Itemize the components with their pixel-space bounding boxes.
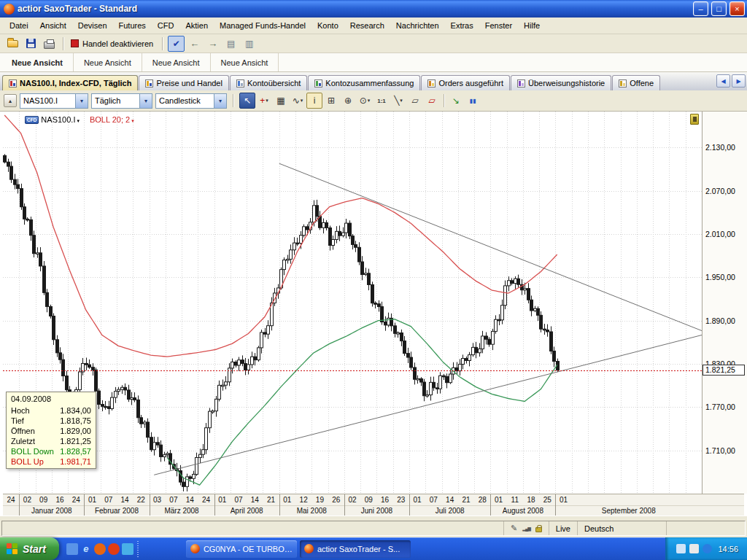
tab-scroll-right-icon[interactable]: ▶ xyxy=(732,74,746,88)
back-button[interactable]: ← xyxy=(186,36,203,52)
instrument-value: NAS100.I xyxy=(20,96,75,105)
clear-all-drawings-tool[interactable]: ▱ xyxy=(424,93,440,109)
workspace-tab[interactable]: NAS100.I, Index-CFD, Täglich xyxy=(2,75,138,90)
eraser-tool[interactable]: ▱ xyxy=(407,93,423,109)
menu-item[interactable]: Research xyxy=(344,19,390,32)
scale-one-to-one-tool[interactable]: 1:1 xyxy=(374,93,390,109)
y-axis-label: 1.770,00 xyxy=(705,402,735,411)
zoom-range-tool[interactable]: ⊙▾ xyxy=(357,93,373,109)
forward-arrow-icon: → xyxy=(208,38,217,49)
month-separator xyxy=(409,494,410,516)
internet-explorer-icon[interactable]: e xyxy=(80,543,92,555)
x-axis-tick-label: 03 xyxy=(150,496,166,504)
legend-indicator[interactable]: BOLL 20; 2▾ xyxy=(90,115,134,124)
tab-scroll-buttons: ◀ ▶ xyxy=(716,74,746,88)
draw-line-tool[interactable]: ╲▾ xyxy=(390,93,406,109)
menu-item[interactable]: Extras xyxy=(445,19,479,32)
view-tab[interactable]: Neue Ansicht xyxy=(1,53,74,71)
oscillator-tool[interactable]: ∿▾ xyxy=(290,93,306,109)
tray-network-icon[interactable] xyxy=(676,544,686,553)
tab-scroll-left-icon[interactable]: ◀ xyxy=(716,74,730,88)
confirm-orders-button[interactable]: ✔ xyxy=(168,36,185,52)
start-button[interactable]: Start xyxy=(0,537,59,560)
check-icon: ✔ xyxy=(173,39,180,49)
menu-item[interactable]: Hilfe xyxy=(518,19,546,32)
tray-volume-icon[interactable] xyxy=(689,544,699,553)
chart-settings-tool[interactable]: ▮▮ xyxy=(465,93,481,109)
chart-type-value: Candlestick xyxy=(156,96,214,105)
workspace-tab[interactable]: Kontoübersicht xyxy=(230,75,307,90)
instrument-select[interactable]: NAS100.I ▾ xyxy=(20,93,88,109)
tray-language-icon[interactable] xyxy=(703,544,712,553)
menu-item[interactable]: Managed Funds-Handel xyxy=(214,19,311,32)
tooltip-value: 1.821,25 xyxy=(60,437,91,446)
cfd-badge: CFD xyxy=(25,116,39,124)
menu-item[interactable]: Aktien xyxy=(179,19,214,32)
collapse-panel-button[interactable]: ▲ xyxy=(4,94,17,107)
tooltip-label: Hoch xyxy=(11,406,30,415)
open-folder-icon xyxy=(7,40,18,47)
open-button[interactable] xyxy=(4,36,21,52)
add-panel-tool[interactable]: ⊞ xyxy=(323,93,339,109)
save-icon xyxy=(26,39,36,48)
pencil-icon[interactable]: ✎ xyxy=(511,524,517,533)
title-bar: actior SaxoTrader - Standard – □ × xyxy=(0,0,747,18)
task-app-icon xyxy=(190,544,200,553)
month-separator xyxy=(279,494,280,516)
grid-tool[interactable]: ▦ xyxy=(273,93,289,109)
x-axis-tick-label: 01 xyxy=(279,496,295,504)
window-split-button[interactable]: ▥ xyxy=(241,36,258,52)
firefox-icon[interactable] xyxy=(94,543,106,555)
workspace-tab[interactable]: Preise und Handel xyxy=(139,75,229,90)
menu-item[interactable]: Devisen xyxy=(72,19,113,32)
taskbar-task-button[interactable]: CG0NYA - OE TURBO ... xyxy=(186,540,297,558)
actior-quicklaunch-icon[interactable] xyxy=(108,543,120,555)
show-desktop-icon[interactable] xyxy=(66,543,78,555)
trade-disable-button[interactable]: Handel deaktivieren xyxy=(69,36,157,52)
menu-item[interactable]: Nachrichten xyxy=(390,19,445,32)
fit-chart-tool[interactable]: ↘ xyxy=(448,93,464,109)
price-chart-canvas[interactable] xyxy=(3,112,702,494)
taskbar-task-button[interactable]: actior SaxoTrader - S... xyxy=(300,540,411,558)
status-inner: ✎ ▂▄▆ Live Deutsch xyxy=(1,521,746,536)
workspace-tab[interactable]: Überweisungshistorie xyxy=(511,75,611,90)
workspace-tab[interactable]: Kontozusammenfassung xyxy=(308,75,420,90)
y-axis-label: 1.950,00 xyxy=(705,273,735,281)
chevron-down-icon: ▾ xyxy=(77,118,80,123)
window-layout-button[interactable]: ▤ xyxy=(222,36,239,52)
info-tool[interactable]: i xyxy=(306,93,322,109)
add-indicator-tool[interactable]: +▾ xyxy=(256,93,272,109)
view-tab[interactable]: Neue Ansicht xyxy=(74,53,142,71)
legend-instrument[interactable]: CFDNAS100.I▾ xyxy=(25,115,80,124)
menu-item[interactable]: Datei xyxy=(4,19,34,32)
menu-item[interactable]: Futures xyxy=(113,19,152,32)
tooltip-rows: Hoch1.834,00Tief1.818,75Öffnen1.829,00Zu… xyxy=(7,405,96,467)
menu-item[interactable]: CFD xyxy=(152,19,180,32)
menu-item[interactable]: Ansicht xyxy=(34,19,72,32)
close-button[interactable]: × xyxy=(729,1,745,16)
x-axis-tick-label: 23 xyxy=(393,496,409,504)
minimize-button[interactable]: – xyxy=(693,1,708,16)
chart-type-select[interactable]: Candlestick ▾ xyxy=(155,93,227,109)
tab-label: Offene xyxy=(630,79,654,88)
chart-mini-icon[interactable]: ▂▄▆ xyxy=(522,526,530,531)
pointer-tool[interactable]: ↖ xyxy=(239,93,255,109)
maximize-button[interactable]: □ xyxy=(711,1,727,16)
month-separator xyxy=(490,494,491,516)
period-select[interactable]: Täglich ▾ xyxy=(91,93,152,109)
menu-item[interactable]: Konto xyxy=(311,19,344,32)
zoom-in-tool[interactable]: ⊕ xyxy=(340,93,356,109)
chart-marker-icon[interactable] xyxy=(690,114,699,125)
x-axis-tick-label: 24 xyxy=(198,496,214,504)
workspace-tab[interactable]: Offene xyxy=(612,75,660,90)
view-tab[interactable]: Neue Ansicht xyxy=(211,53,279,71)
view-tab[interactable]: Neue Ansicht xyxy=(142,53,211,71)
taskbar-clock: 14:56 xyxy=(718,545,738,553)
save-button[interactable] xyxy=(23,36,39,52)
forward-button[interactable]: → xyxy=(204,36,221,52)
tooltip-row: Öffnen1.829,00 xyxy=(7,426,96,436)
menu-item[interactable]: Fenster xyxy=(479,19,518,32)
messenger-icon[interactable] xyxy=(122,543,133,555)
print-button[interactable] xyxy=(41,36,58,52)
workspace-tab[interactable]: Orders ausgeführt xyxy=(421,75,510,90)
